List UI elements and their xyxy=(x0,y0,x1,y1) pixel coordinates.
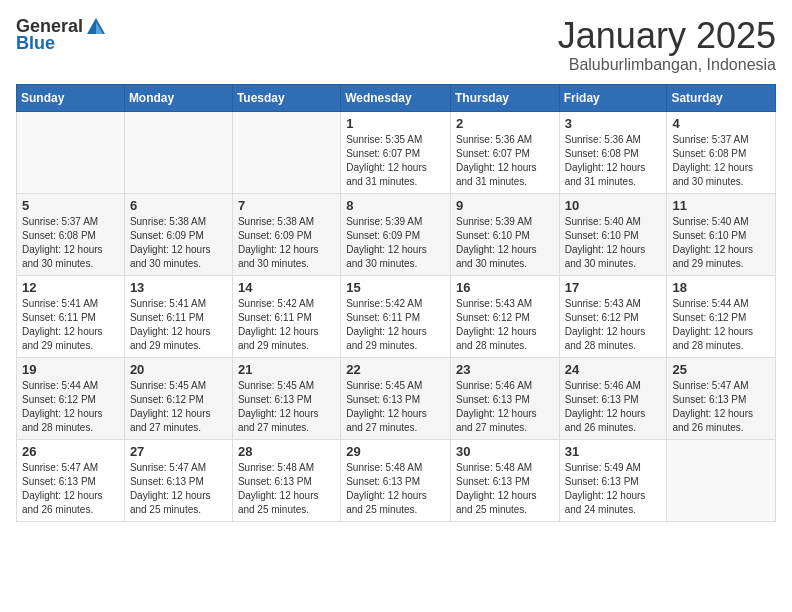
cell-line: Sunrise: 5:45 AM xyxy=(238,380,314,391)
cell-line: Sunset: 6:07 PM xyxy=(456,148,530,159)
cell-line: Sunset: 6:09 PM xyxy=(238,230,312,241)
cell-content: Sunrise: 5:42 AMSunset: 6:11 PMDaylight:… xyxy=(346,297,445,353)
table-row xyxy=(124,111,232,193)
cell-line: Daylight: 12 hours xyxy=(565,490,646,501)
cell-content: Sunrise: 5:39 AMSunset: 6:10 PMDaylight:… xyxy=(456,215,554,271)
cell-line: and 30 minutes. xyxy=(565,258,636,269)
cell-line: Sunset: 6:13 PM xyxy=(346,476,420,487)
cell-content: Sunrise: 5:46 AMSunset: 6:13 PMDaylight:… xyxy=(565,379,662,435)
cell-content: Sunrise: 5:46 AMSunset: 6:13 PMDaylight:… xyxy=(456,379,554,435)
cell-content: Sunrise: 5:43 AMSunset: 6:12 PMDaylight:… xyxy=(456,297,554,353)
table-row: 15Sunrise: 5:42 AMSunset: 6:11 PMDayligh… xyxy=(341,275,451,357)
day-number: 22 xyxy=(346,362,445,377)
cell-line: and 30 minutes. xyxy=(346,258,417,269)
cell-line: Daylight: 12 hours xyxy=(130,244,211,255)
calendar-header-row: Sunday Monday Tuesday Wednesday Thursday… xyxy=(17,84,776,111)
table-row: 24Sunrise: 5:46 AMSunset: 6:13 PMDayligh… xyxy=(559,357,667,439)
cell-line: Daylight: 12 hours xyxy=(565,326,646,337)
cell-line: Sunset: 6:13 PM xyxy=(238,476,312,487)
cell-line: Sunrise: 5:47 AM xyxy=(22,462,98,473)
cell-content: Sunrise: 5:47 AMSunset: 6:13 PMDaylight:… xyxy=(130,461,227,517)
day-number: 23 xyxy=(456,362,554,377)
table-row: 20Sunrise: 5:45 AMSunset: 6:12 PMDayligh… xyxy=(124,357,232,439)
cell-content: Sunrise: 5:40 AMSunset: 6:10 PMDaylight:… xyxy=(672,215,770,271)
cell-content: Sunrise: 5:49 AMSunset: 6:13 PMDaylight:… xyxy=(565,461,662,517)
cell-content: Sunrise: 5:38 AMSunset: 6:09 PMDaylight:… xyxy=(238,215,335,271)
cell-content: Sunrise: 5:44 AMSunset: 6:12 PMDaylight:… xyxy=(22,379,119,435)
table-row: 17Sunrise: 5:43 AMSunset: 6:12 PMDayligh… xyxy=(559,275,667,357)
cell-content: Sunrise: 5:40 AMSunset: 6:10 PMDaylight:… xyxy=(565,215,662,271)
cell-line: Sunrise: 5:48 AM xyxy=(238,462,314,473)
cell-line: Sunrise: 5:38 AM xyxy=(238,216,314,227)
table-row: 21Sunrise: 5:45 AMSunset: 6:13 PMDayligh… xyxy=(232,357,340,439)
day-number: 9 xyxy=(456,198,554,213)
cell-line: Sunset: 6:13 PM xyxy=(565,476,639,487)
cell-line: and 25 minutes. xyxy=(346,504,417,515)
table-row: 25Sunrise: 5:47 AMSunset: 6:13 PMDayligh… xyxy=(667,357,776,439)
cell-line: Sunset: 6:09 PM xyxy=(130,230,204,241)
cell-line: Sunset: 6:13 PM xyxy=(456,476,530,487)
cell-line: Daylight: 12 hours xyxy=(456,244,537,255)
cell-line: Daylight: 12 hours xyxy=(238,244,319,255)
cell-line: and 24 minutes. xyxy=(565,504,636,515)
cell-line: and 28 minutes. xyxy=(456,340,527,351)
cell-line: Sunset: 6:10 PM xyxy=(565,230,639,241)
cell-line: Sunrise: 5:46 AM xyxy=(565,380,641,391)
cell-line: Sunset: 6:11 PM xyxy=(346,312,420,323)
cell-line: Daylight: 12 hours xyxy=(22,408,103,419)
cell-line: Daylight: 12 hours xyxy=(130,326,211,337)
day-number: 11 xyxy=(672,198,770,213)
cell-line: Daylight: 12 hours xyxy=(456,490,537,501)
cell-line: Sunrise: 5:42 AM xyxy=(346,298,422,309)
table-row: 5Sunrise: 5:37 AMSunset: 6:08 PMDaylight… xyxy=(17,193,125,275)
cell-line: and 31 minutes. xyxy=(456,176,527,187)
day-number: 18 xyxy=(672,280,770,295)
calendar-week-row: 19Sunrise: 5:44 AMSunset: 6:12 PMDayligh… xyxy=(17,357,776,439)
calendar-week-row: 5Sunrise: 5:37 AMSunset: 6:08 PMDaylight… xyxy=(17,193,776,275)
cell-line: and 26 minutes. xyxy=(565,422,636,433)
table-row: 29Sunrise: 5:48 AMSunset: 6:13 PMDayligh… xyxy=(341,439,451,521)
day-number: 6 xyxy=(130,198,227,213)
table-row: 3Sunrise: 5:36 AMSunset: 6:08 PMDaylight… xyxy=(559,111,667,193)
cell-line: and 27 minutes. xyxy=(238,422,309,433)
table-row: 31Sunrise: 5:49 AMSunset: 6:13 PMDayligh… xyxy=(559,439,667,521)
cell-line: and 27 minutes. xyxy=(130,422,201,433)
cell-line: Sunset: 6:11 PM xyxy=(130,312,204,323)
cell-line: Daylight: 12 hours xyxy=(346,490,427,501)
cell-line: Sunset: 6:08 PM xyxy=(672,148,746,159)
table-row xyxy=(17,111,125,193)
table-row: 8Sunrise: 5:39 AMSunset: 6:09 PMDaylight… xyxy=(341,193,451,275)
calendar-week-row: 26Sunrise: 5:47 AMSunset: 6:13 PMDayligh… xyxy=(17,439,776,521)
table-row: 2Sunrise: 5:36 AMSunset: 6:07 PMDaylight… xyxy=(450,111,559,193)
cell-line: Daylight: 12 hours xyxy=(130,408,211,419)
day-number: 16 xyxy=(456,280,554,295)
cell-line: Sunrise: 5:36 AM xyxy=(456,134,532,145)
cell-line: Sunrise: 5:37 AM xyxy=(672,134,748,145)
cell-content: Sunrise: 5:42 AMSunset: 6:11 PMDaylight:… xyxy=(238,297,335,353)
cell-line: Sunrise: 5:46 AM xyxy=(456,380,532,391)
table-row: 19Sunrise: 5:44 AMSunset: 6:12 PMDayligh… xyxy=(17,357,125,439)
cell-line: and 28 minutes. xyxy=(22,422,93,433)
table-row: 4Sunrise: 5:37 AMSunset: 6:08 PMDaylight… xyxy=(667,111,776,193)
cell-line: and 28 minutes. xyxy=(672,340,743,351)
cell-line: and 30 minutes. xyxy=(22,258,93,269)
table-row: 10Sunrise: 5:40 AMSunset: 6:10 PMDayligh… xyxy=(559,193,667,275)
cell-line: Sunset: 6:13 PM xyxy=(346,394,420,405)
table-row: 26Sunrise: 5:47 AMSunset: 6:13 PMDayligh… xyxy=(17,439,125,521)
day-number: 13 xyxy=(130,280,227,295)
cell-line: Daylight: 12 hours xyxy=(565,244,646,255)
table-row: 6Sunrise: 5:38 AMSunset: 6:09 PMDaylight… xyxy=(124,193,232,275)
col-sunday: Sunday xyxy=(17,84,125,111)
cell-line: Daylight: 12 hours xyxy=(456,326,537,337)
cell-line: Daylight: 12 hours xyxy=(22,244,103,255)
cell-line: Sunset: 6:13 PM xyxy=(238,394,312,405)
col-saturday: Saturday xyxy=(667,84,776,111)
cell-line: Sunset: 6:13 PM xyxy=(565,394,639,405)
cell-content: Sunrise: 5:47 AMSunset: 6:13 PMDaylight:… xyxy=(672,379,770,435)
cell-line: Sunset: 6:07 PM xyxy=(346,148,420,159)
day-number: 27 xyxy=(130,444,227,459)
cell-line: Sunrise: 5:48 AM xyxy=(346,462,422,473)
cell-line: Sunrise: 5:40 AM xyxy=(565,216,641,227)
cell-line: Daylight: 12 hours xyxy=(346,244,427,255)
cell-content: Sunrise: 5:36 AMSunset: 6:07 PMDaylight:… xyxy=(456,133,554,189)
